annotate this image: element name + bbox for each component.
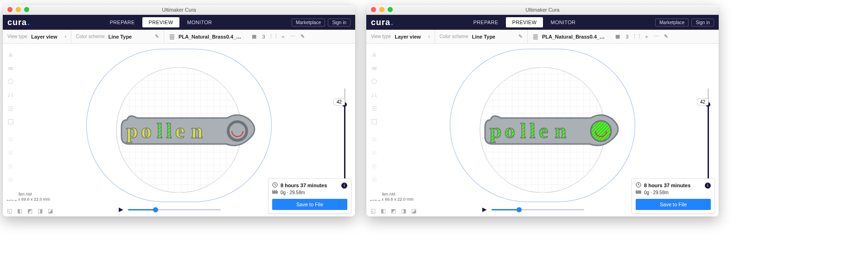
simulation-handle[interactable] — [517, 207, 522, 212]
simulation-slider[interactable] — [491, 209, 584, 210]
tab-prepare[interactable]: PREPARE — [467, 17, 505, 27]
cura-logo: cura. — [7, 18, 30, 27]
view-top-icon[interactable]: ◩ — [389, 207, 397, 215]
ext4-icon[interactable] — [5, 174, 17, 186]
play-icon[interactable]: ▶ — [119, 206, 123, 213]
ext4-icon[interactable] — [368, 174, 380, 186]
list-icon — [532, 33, 538, 39]
more-icon[interactable]: ⋯ — [290, 33, 296, 39]
ext3-icon[interactable] — [5, 160, 17, 172]
svg-rect-0 — [8, 67, 13, 70]
ext2-icon[interactable] — [368, 147, 380, 159]
model-preview[interactable]: p o l l e n — [119, 111, 262, 151]
svg-point-39 — [591, 121, 611, 141]
mesh-icon[interactable] — [5, 102, 17, 114]
svg-text:o: o — [141, 119, 152, 143]
action-panel: 8 hours 37 minutes i 0g · 29.58m Save to… — [268, 178, 351, 214]
tab-monitor[interactable]: MONITOR — [544, 17, 582, 27]
svg-rect-23 — [372, 119, 377, 124]
simulation-slider[interactable] — [128, 209, 221, 210]
signin-button[interactable]: Sign in — [328, 19, 351, 26]
transform-toolbar — [366, 44, 382, 200]
tab-preview[interactable]: PREVIEW — [506, 17, 543, 27]
svg-rect-2 — [8, 119, 13, 124]
simulation-handle[interactable] — [153, 207, 158, 212]
colorscheme-dropdown[interactable]: Color scheme Line Type ✎ — [435, 30, 528, 43]
svg-text:l: l — [157, 119, 163, 143]
mirror-icon[interactable] — [368, 89, 380, 101]
ext1-icon[interactable] — [368, 133, 380, 145]
adhesion-icon[interactable]: ÷ — [280, 33, 286, 39]
mirror-icon[interactable] — [5, 89, 17, 101]
svg-text:l: l — [166, 119, 172, 143]
cura-window-right: Ultimaker Cura cura. PREPARE PREVIEW MON… — [366, 5, 719, 216]
print-profile-bar[interactable]: PLA_Natural_Brass0.4_h0.2_AC 0... ▦ 3 ⋮⋮… — [528, 30, 719, 43]
marketplace-button[interactable]: Marketplace — [292, 19, 325, 26]
info-icon[interactable]: i — [341, 183, 347, 189]
viewtype-dropdown[interactable]: View type Layer view ‹ — [366, 30, 435, 43]
svg-rect-24 — [372, 137, 377, 142]
svg-text:e: e — [175, 119, 185, 143]
info-icon[interactable]: i — [705, 183, 711, 189]
ext2-icon[interactable] — [5, 147, 17, 159]
viewtype-dropdown[interactable]: View type Layer view ‹ — [3, 30, 71, 43]
print-time: 8 hours 37 minutes — [281, 183, 327, 188]
svg-rect-27 — [372, 177, 377, 182]
view-iso-icon[interactable]: ◱ — [369, 207, 377, 215]
layer-number-badge[interactable]: 42 — [697, 98, 708, 105]
adhesion-icon[interactable]: ÷ — [644, 33, 650, 39]
stage-tabs: PREPARE PREVIEW MONITOR — [103, 17, 219, 27]
signin-button[interactable]: Sign in — [691, 19, 714, 26]
colorscheme-dropdown[interactable]: Color scheme Line Type ✎ — [71, 30, 164, 43]
move-icon[interactable] — [368, 48, 380, 60]
navbar: cura. PREPARE PREVIEW MONITOR Marketplac… — [3, 15, 355, 30]
rotate-icon[interactable] — [5, 75, 17, 87]
navbar: cura. PREPARE PREVIEW MONITOR Marketplac… — [366, 15, 719, 30]
simulation-bar: ▶ — [119, 206, 221, 213]
view-left-icon[interactable]: ◨ — [400, 207, 407, 215]
model-preview[interactable]: p o l l e n — [482, 111, 626, 151]
view-front-icon[interactable]: ◧ — [379, 207, 387, 215]
svg-rect-6 — [8, 177, 13, 182]
grid-icon[interactable]: ▦ — [614, 33, 620, 39]
save-to-file-button[interactable]: Save to File — [272, 199, 347, 210]
pencil-icon: ✎ — [155, 33, 159, 39]
more-icon[interactable]: ⋯ — [653, 33, 659, 39]
viewport-area[interactable]: p o l l e n 42 Pol — [3, 44, 355, 216]
cura-window-left: Ultimaker Cura cura. PREPARE PREVIEW MON… — [3, 5, 355, 216]
scale-icon[interactable] — [5, 62, 17, 74]
mesh-icon[interactable] — [368, 102, 380, 114]
rotate-icon[interactable] — [368, 75, 380, 87]
view-left-icon[interactable]: ◨ — [36, 207, 44, 215]
cura-logo: cura. — [371, 18, 394, 27]
pencil-icon[interactable]: ✎ — [663, 33, 669, 39]
tab-monitor[interactable]: MONITOR — [180, 17, 218, 27]
viewport-area[interactable]: p o l l e n 42 Pol — [366, 44, 719, 216]
ext1-icon[interactable] — [5, 133, 17, 145]
tab-preview[interactable]: PREVIEW — [142, 17, 180, 27]
view-right-icon[interactable]: ◪ — [410, 207, 417, 215]
ext3-icon[interactable] — [368, 160, 380, 172]
save-to-file-button[interactable]: Save to File — [636, 199, 711, 210]
support-blocker-icon[interactable] — [368, 116, 380, 128]
pencil-icon[interactable]: ✎ — [300, 33, 306, 39]
tab-prepare[interactable]: PREPARE — [103, 17, 141, 27]
layer-number-badge[interactable]: 42 — [333, 98, 345, 105]
pencil-icon: ✎ — [518, 33, 523, 39]
print-profile-bar[interactable]: PLA_Natural_Brass0.4_h0.2_AC 0... ▦ 3 ⋮⋮… — [164, 30, 355, 43]
support-icon[interactable]: ⋮⋮ — [270, 33, 276, 39]
view-iso-icon[interactable]: ◱ — [6, 207, 13, 215]
support-blocker-icon[interactable] — [5, 116, 17, 128]
scale-icon[interactable] — [368, 62, 380, 74]
move-icon[interactable] — [5, 48, 17, 60]
layers-count: 3 — [261, 33, 267, 39]
view-top-icon[interactable]: ◩ — [26, 207, 33, 215]
view-right-icon[interactable]: ◪ — [46, 207, 54, 215]
grid-icon[interactable]: ▦ — [251, 33, 257, 39]
play-icon[interactable]: ▶ — [482, 206, 487, 213]
list-icon — [169, 33, 175, 39]
view-front-icon[interactable]: ◧ — [16, 207, 23, 215]
support-icon[interactable]: ⋮⋮ — [634, 33, 640, 39]
svg-text:n: n — [191, 119, 203, 143]
marketplace-button[interactable]: Marketplace — [655, 19, 689, 26]
